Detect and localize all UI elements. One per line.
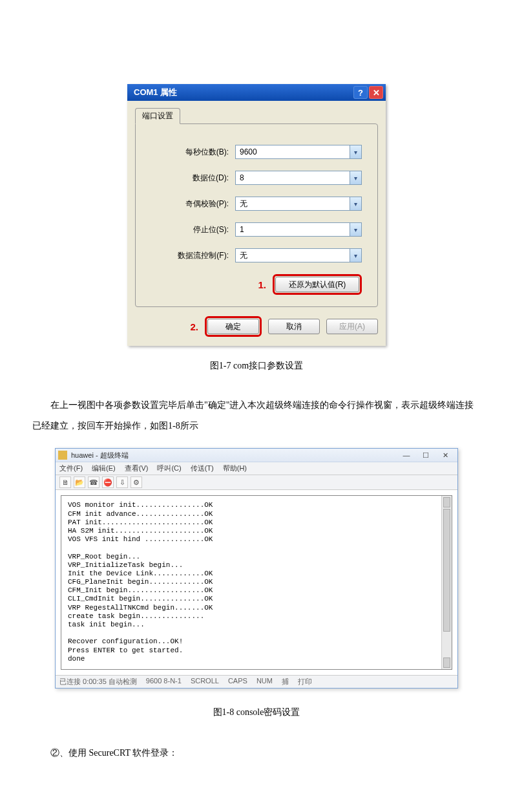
line: task init begin...: [68, 621, 145, 628]
close-button[interactable]: ✕: [369, 86, 383, 99]
figure-1-8-caption: 图1-8 console密码设置: [32, 707, 481, 718]
menu-help[interactable]: 帮助(H): [223, 464, 247, 473]
tab-port-settings[interactable]: 端口设置: [135, 108, 180, 124]
chevron-down-icon: ▾: [350, 223, 361, 236]
baud-select[interactable]: 9600 ▾: [235, 145, 362, 159]
line: HA S2M init.....................OK: [68, 527, 213, 535]
flow-select[interactable]: 无 ▾: [235, 248, 362, 262]
dialog-title-bar: COM1 属性 ? ✕: [127, 84, 386, 101]
dialog-buttons: 2. 确定 取消 应用(A): [135, 316, 378, 337]
line: CLI_CmdInit begin...............OK: [68, 595, 213, 603]
minimize-button[interactable]: —: [397, 450, 416, 460]
com1-properties-dialog: COM1 属性 ? ✕ 端口设置 每秒位数(B): 9600 ▾ 数据位(D):: [127, 84, 386, 346]
line: CFG_PlaneInit begin.............OK: [68, 578, 213, 586]
flow-value: 无: [240, 250, 247, 261]
baud-label: 每秒位数(B):: [151, 147, 229, 158]
status-print: 打印: [298, 677, 312, 687]
cancel-button[interactable]: 取消: [268, 319, 320, 334]
chevron-down-icon: ▾: [350, 145, 361, 158]
properties-icon[interactable]: ⚙: [131, 476, 142, 488]
line: VRP_Root begin...: [68, 553, 140, 561]
menu-file[interactable]: 文件(F): [59, 464, 83, 473]
line: Init the Device Link............OK: [68, 570, 213, 577]
tab-strip: 端口设置: [135, 108, 378, 124]
restore-row: 1. 还原为默认值(R): [151, 274, 362, 295]
hyperterminal-window: huawei - 超级终端 — ☐ ✕ 文件(F) 编辑(E) 查看(V) 呼叫…: [55, 448, 458, 689]
stopbits-row: 停止位(S): 1 ▾: [151, 222, 362, 237]
menu-call[interactable]: 呼叫(C): [157, 464, 181, 473]
chevron-down-icon: ▾: [350, 171, 361, 184]
status-caps: CAPS: [228, 677, 247, 687]
send-icon[interactable]: ⇩: [116, 476, 128, 488]
status-encoding: 9600 8-N-1: [146, 677, 182, 687]
app-icon: [58, 451, 67, 460]
apply-button: 应用(A): [326, 319, 378, 334]
scrollbar[interactable]: [441, 496, 452, 669]
stopbits-select[interactable]: 1 ▾: [235, 222, 362, 237]
flow-row: 数据流控制(F): 无 ▾: [151, 248, 362, 262]
databits-label: 数据位(D):: [151, 173, 229, 184]
chevron-down-icon: ▾: [350, 197, 361, 210]
line: Press ENTER to get started.: [68, 646, 183, 654]
databits-row: 数据位(D): 8 ▾: [151, 171, 362, 185]
status-scroll: SCROLL: [191, 677, 219, 687]
term-status-bar: 已连接 0:00:35 自动检测 9600 8-N-1 SCROLL CAPS …: [56, 675, 457, 688]
term-title: huawei - 超级终端: [71, 451, 397, 460]
dialog-title: COM1 属性: [134, 87, 352, 98]
databits-select[interactable]: 8 ▾: [235, 171, 362, 185]
parity-row: 奇偶校验(P): 无 ▾: [151, 197, 362, 211]
term-output[interactable]: VOS monitor init................OK CFM i…: [61, 495, 452, 670]
line: VRP_InitializeTask begin...: [68, 561, 183, 569]
port-settings-panel: 每秒位数(B): 9600 ▾ 数据位(D): 8 ▾ 奇偶校验(P):: [135, 123, 378, 307]
annotation-highlight-1: 还原为默认值(R): [273, 274, 362, 295]
flow-label: 数据流控制(F):: [151, 250, 229, 261]
line: PAT init........................OK: [68, 518, 213, 526]
term-toolbar: 🗎 📂 ☎ ⛔ ⇩ ⚙: [56, 475, 457, 490]
term-close-button[interactable]: ✕: [435, 450, 455, 460]
databits-value: 8: [240, 173, 244, 182]
status-num: NUM: [256, 677, 273, 687]
term-client-area: VOS monitor init................OK CFM i…: [58, 493, 455, 672]
stopbits-value: 1: [240, 225, 244, 234]
line: VOS monitor init................OK: [68, 501, 213, 509]
scrollbar-thumb[interactable]: [443, 509, 450, 632]
term-title-bar: huawei - 超级终端 — ☐ ✕: [56, 449, 457, 462]
annotation-highlight-2: 确定: [205, 316, 262, 337]
line: CFM_Init begin..................OK: [68, 586, 213, 594]
new-icon[interactable]: 🗎: [59, 476, 71, 488]
parity-label: 奇偶校验(P):: [151, 198, 229, 209]
disconnect-icon[interactable]: ⛔: [102, 476, 114, 488]
line: VRP RegestAllTNKCmd begin.......OK: [68, 604, 213, 612]
status-connection: 已连接 0:00:35 自动检测: [59, 677, 137, 687]
parity-select[interactable]: 无 ▾: [235, 197, 362, 211]
connect-icon[interactable]: ☎: [88, 476, 99, 488]
maximize-button[interactable]: ☐: [416, 450, 435, 460]
line: VOS VFS init hind ..............OK: [68, 535, 213, 543]
paragraph-2: ②、使用 SecureCRT 软件登录：: [32, 743, 481, 764]
baud-value: 9600: [240, 147, 257, 156]
figure-1-7-caption: 图1-7 com接口参数设置: [32, 360, 481, 372]
open-icon[interactable]: 📂: [74, 476, 85, 488]
baud-row: 每秒位数(B): 9600 ▾: [151, 145, 362, 159]
menu-view[interactable]: 查看(V): [125, 464, 149, 473]
ok-button[interactable]: 确定: [207, 319, 259, 334]
restore-defaults-button[interactable]: 还原为默认值(R): [275, 277, 359, 292]
paragraph-1: 在上一视图中各项参数设置完毕后单击"确定"进入本次超级终端连接的命令行操作视窗，…: [32, 395, 481, 436]
annotation-number-1: 1.: [258, 279, 266, 290]
stopbits-label: 停止位(S):: [151, 224, 229, 235]
dialog-body: 端口设置 每秒位数(B): 9600 ▾ 数据位(D): 8 ▾: [127, 101, 386, 346]
parity-value: 无: [240, 198, 247, 209]
help-button[interactable]: ?: [353, 86, 368, 99]
status-capture: 捕: [282, 677, 289, 687]
menu-edit[interactable]: 编辑(E): [92, 464, 116, 473]
line: CFM init advance................OK: [68, 510, 213, 518]
menu-transfer[interactable]: 传送(T): [191, 464, 214, 473]
annotation-number-2: 2.: [190, 321, 198, 332]
term-menu-bar: 文件(F) 编辑(E) 查看(V) 呼叫(C) 传送(T) 帮助(H): [56, 462, 457, 475]
line: create task begin...............: [68, 612, 204, 620]
line: done: [68, 655, 85, 663]
chevron-down-icon: ▾: [350, 249, 361, 262]
line: Recover configuration...OK!: [68, 637, 183, 645]
